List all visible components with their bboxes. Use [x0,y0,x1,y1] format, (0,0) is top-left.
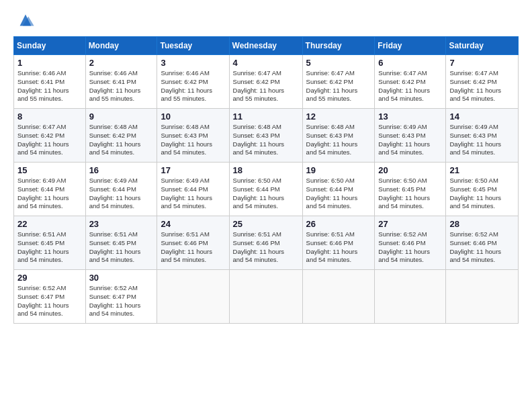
day-info: Sunrise: 6:52 AMSunset: 6:46 PMDaylight:… [449,230,515,265]
day-header-wednesday: Wednesday [229,37,302,55]
calendar-cell: 20Sunrise: 6:50 AMSunset: 6:45 PMDayligh… [375,163,446,216]
day-info: Sunrise: 6:51 AMSunset: 6:46 PMDaylight:… [306,230,371,265]
calendar-cell: 19Sunrise: 6:50 AMSunset: 6:44 PMDayligh… [302,163,375,216]
day-number: 6 [378,58,442,68]
day-number: 22 [17,219,82,229]
day-info: Sunrise: 6:47 AMSunset: 6:42 PMDaylight:… [449,69,515,103]
day-info: Sunrise: 6:52 AMSunset: 6:47 PMDaylight:… [17,284,82,318]
day-info: Sunrise: 6:47 AMSunset: 6:42 PMDaylight:… [17,123,82,157]
day-info: Sunrise: 6:49 AMSunset: 6:44 PMDaylight:… [17,177,82,211]
calendar-cell [302,270,375,324]
day-number: 10 [161,111,225,122]
day-number: 11 [233,111,299,122]
calendar-cell: 7Sunrise: 6:47 AMSunset: 6:42 PMDaylight… [446,55,519,109]
calendar-cell: 1Sunrise: 6:46 AMSunset: 6:41 PMDaylight… [14,55,86,109]
header [13,11,519,30]
day-number: 24 [161,219,225,229]
day-number: 25 [233,219,299,229]
day-number: 17 [161,165,225,175]
calendar-cell: 6Sunrise: 6:47 AMSunset: 6:42 PMDaylight… [375,55,446,109]
logo-icon [16,11,35,30]
day-number: 21 [449,165,515,175]
calendar-header-row: SundayMondayTuesdayWednesdayThursdayFrid… [14,37,519,55]
calendar-cell: 28Sunrise: 6:52 AMSunset: 6:46 PMDayligh… [446,216,519,270]
calendar-cell: 17Sunrise: 6:49 AMSunset: 6:44 PMDayligh… [157,163,229,216]
day-number: 1 [17,58,82,68]
day-number: 29 [17,273,82,283]
day-number: 5 [306,58,371,68]
day-info: Sunrise: 6:48 AMSunset: 6:43 PMDaylight:… [233,123,299,157]
calendar-cell: 11Sunrise: 6:48 AMSunset: 6:43 PMDayligh… [229,109,302,163]
day-info: Sunrise: 6:49 AMSunset: 6:44 PMDaylight:… [161,177,225,211]
day-number: 4 [233,58,299,68]
day-info: Sunrise: 6:49 AMSunset: 6:44 PMDaylight:… [89,177,154,211]
calendar-cell: 30Sunrise: 6:52 AMSunset: 6:47 PMDayligh… [85,270,157,324]
day-number: 23 [89,219,154,229]
calendar-cell: 3Sunrise: 6:46 AMSunset: 6:42 PMDaylight… [157,55,229,109]
calendar-cell: 21Sunrise: 6:50 AMSunset: 6:45 PMDayligh… [446,163,519,216]
day-number: 16 [89,165,154,175]
day-info: Sunrise: 6:46 AMSunset: 6:41 PMDaylight:… [17,69,82,103]
calendar-cell: 9Sunrise: 6:48 AMSunset: 6:42 PMDaylight… [85,109,157,163]
calendar-cell: 10Sunrise: 6:48 AMSunset: 6:43 PMDayligh… [157,109,229,163]
calendar-cell [446,270,519,324]
day-info: Sunrise: 6:47 AMSunset: 6:42 PMDaylight:… [378,69,442,103]
day-info: Sunrise: 6:50 AMSunset: 6:44 PMDaylight:… [233,177,299,211]
calendar-cell: 16Sunrise: 6:49 AMSunset: 6:44 PMDayligh… [85,163,157,216]
day-info: Sunrise: 6:47 AMSunset: 6:42 PMDaylight:… [306,69,371,103]
calendar-week-row: 29Sunrise: 6:52 AMSunset: 6:47 PMDayligh… [14,270,519,324]
calendar-cell [157,270,229,324]
day-info: Sunrise: 6:48 AMSunset: 6:43 PMDaylight:… [161,123,225,157]
calendar-cell: 15Sunrise: 6:49 AMSunset: 6:44 PMDayligh… [14,163,86,216]
day-info: Sunrise: 6:50 AMSunset: 6:45 PMDaylight:… [449,177,515,211]
calendar-cell: 2Sunrise: 6:46 AMSunset: 6:41 PMDaylight… [85,55,157,109]
calendar-week-row: 15Sunrise: 6:49 AMSunset: 6:44 PMDayligh… [14,163,519,216]
calendar-cell: 18Sunrise: 6:50 AMSunset: 6:44 PMDayligh… [229,163,302,216]
day-info: Sunrise: 6:50 AMSunset: 6:44 PMDaylight:… [306,177,371,211]
day-info: Sunrise: 6:51 AMSunset: 6:45 PMDaylight:… [89,230,154,265]
day-header-monday: Monday [85,37,157,55]
day-info: Sunrise: 6:51 AMSunset: 6:46 PMDaylight:… [161,230,225,265]
day-number: 20 [378,165,442,175]
calendar-week-row: 8Sunrise: 6:47 AMSunset: 6:42 PMDaylight… [14,109,519,163]
day-info: Sunrise: 6:48 AMSunset: 6:42 PMDaylight:… [89,123,154,157]
day-info: Sunrise: 6:51 AMSunset: 6:46 PMDaylight:… [233,230,299,265]
day-header-sunday: Sunday [14,37,86,55]
day-info: Sunrise: 6:52 AMSunset: 6:47 PMDaylight:… [89,284,154,318]
day-number: 14 [449,111,515,122]
day-info: Sunrise: 6:46 AMSunset: 6:41 PMDaylight:… [89,69,154,103]
day-info: Sunrise: 6:46 AMSunset: 6:42 PMDaylight:… [161,69,225,103]
day-number: 2 [89,58,154,68]
day-info: Sunrise: 6:49 AMSunset: 6:43 PMDaylight:… [378,123,442,157]
calendar-cell: 4Sunrise: 6:47 AMSunset: 6:42 PMDaylight… [229,55,302,109]
day-number: 7 [449,58,515,68]
day-number: 19 [306,165,371,175]
day-number: 26 [306,219,371,229]
calendar-cell: 22Sunrise: 6:51 AMSunset: 6:45 PMDayligh… [14,216,86,270]
day-header-thursday: Thursday [302,37,375,55]
day-number: 15 [17,165,82,175]
day-info: Sunrise: 6:49 AMSunset: 6:43 PMDaylight:… [449,123,515,157]
day-number: 12 [306,111,371,122]
day-header-saturday: Saturday [446,37,519,55]
day-info: Sunrise: 6:50 AMSunset: 6:45 PMDaylight:… [378,177,442,211]
logo [13,11,38,30]
calendar-cell: 14Sunrise: 6:49 AMSunset: 6:43 PMDayligh… [446,109,519,163]
calendar-cell: 26Sunrise: 6:51 AMSunset: 6:46 PMDayligh… [302,216,375,270]
calendar-cell: 8Sunrise: 6:47 AMSunset: 6:42 PMDaylight… [14,109,86,163]
day-number: 28 [449,219,515,229]
calendar-cell: 5Sunrise: 6:47 AMSunset: 6:42 PMDaylight… [302,55,375,109]
page: SundayMondayTuesdayWednesdayThursdayFrid… [0,0,532,411]
day-number: 9 [89,111,154,122]
day-number: 30 [89,273,154,283]
calendar-cell: 27Sunrise: 6:52 AMSunset: 6:46 PMDayligh… [375,216,446,270]
calendar-week-row: 22Sunrise: 6:51 AMSunset: 6:45 PMDayligh… [14,216,519,270]
day-number: 3 [161,58,225,68]
calendar-cell [375,270,446,324]
day-number: 27 [378,219,442,229]
day-number: 13 [378,111,442,122]
day-info: Sunrise: 6:47 AMSunset: 6:42 PMDaylight:… [233,69,299,103]
day-number: 18 [233,165,299,175]
day-header-tuesday: Tuesday [157,37,229,55]
calendar-table: SundayMondayTuesdayWednesdayThursdayFrid… [13,36,519,324]
